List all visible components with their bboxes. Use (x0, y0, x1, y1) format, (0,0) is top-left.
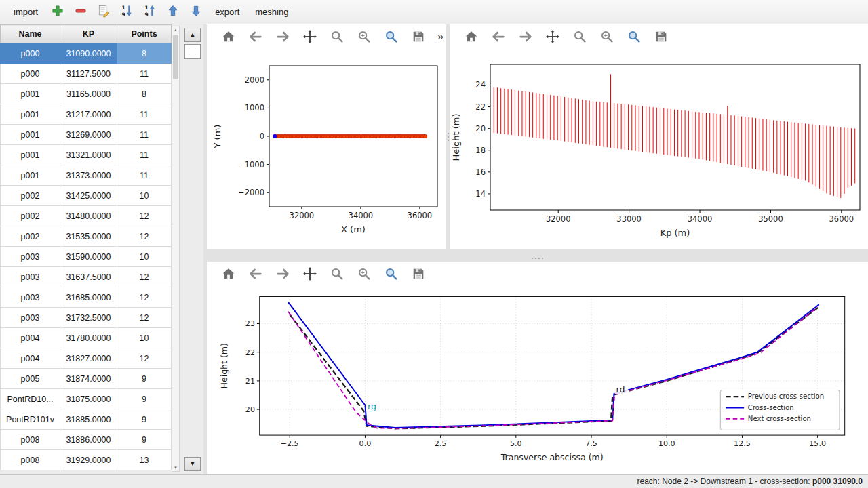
home-icon[interactable] (219, 265, 237, 283)
forward-icon[interactable] (273, 265, 292, 283)
table-row[interactable]: p00131373.000011 (1, 165, 172, 186)
scroll-up-icon[interactable]: ▲ (172, 27, 179, 33)
table-row[interactable]: p00131165.00008 (1, 84, 172, 104)
back-icon[interactable] (246, 265, 264, 283)
toolbar-overflow-chevron[interactable]: » (437, 30, 443, 43)
move-down-button[interactable] (186, 3, 205, 21)
subplots-icon[interactable] (355, 265, 373, 283)
application-window: import 19 19 export meshing NameKPPoints… (0, 0, 868, 488)
table-row[interactable]: p00331637.500012 (1, 267, 172, 287)
pan-icon[interactable] (543, 28, 561, 46)
longitudinal-profile-plot[interactable]: 3200033000340003500036000141618202224Kp … (450, 49, 868, 249)
horizontal-splitter[interactable] (207, 249, 868, 262)
pan-icon[interactable] (300, 28, 319, 46)
svg-text:Height (m): Height (m) (451, 114, 461, 161)
forward-icon[interactable] (273, 28, 292, 46)
save-icon[interactable] (409, 265, 427, 283)
svg-text:1: 1 (144, 5, 148, 11)
customize-icon[interactable] (382, 28, 400, 46)
plan-view-plot[interactable]: 320003400036000−2000−1000010002000X (m)Y… (207, 49, 446, 249)
sort-ascending-icon: 19 (143, 4, 157, 20)
zoom-icon[interactable] (328, 265, 346, 283)
subplots-icon[interactable] (597, 28, 616, 46)
cross-section-table[interactable]: NameKPPoints p00031090.00008p00031127.50… (0, 24, 172, 470)
meshing-button[interactable]: meshing (250, 4, 294, 20)
svg-text:9: 9 (144, 11, 148, 17)
edit-cross-section-button[interactable] (94, 3, 113, 21)
table-row[interactable]: p00131217.000011 (1, 104, 172, 125)
svg-text:32000: 32000 (290, 211, 315, 220)
table-row[interactable]: PontRD101v31885.00009 (1, 409, 172, 430)
back-icon[interactable] (489, 28, 507, 46)
svg-text:1000: 1000 (245, 103, 264, 113)
svg-text:33000: 33000 (616, 214, 642, 224)
longitudinal-profile-figure: 3200033000340003500036000141618202224Kp … (450, 24, 868, 249)
panel-scrollbar-thumb[interactable] (184, 44, 201, 59)
table-row[interactable]: p00031090.00008 (1, 43, 172, 64)
table-row[interactable]: p00231425.000010 (1, 186, 172, 206)
svg-text:35000: 35000 (758, 214, 783, 224)
table-row[interactable]: p00231480.000012 (1, 206, 172, 226)
top-figures-row: » 320003400036000−2000−1000010002000X (m… (207, 24, 868, 249)
table-scrollbar-thumb[interactable] (173, 35, 178, 79)
table-row[interactable]: p00131321.000011 (1, 145, 172, 165)
table-row[interactable]: p00331732.500012 (1, 308, 172, 328)
back-icon[interactable] (246, 28, 264, 46)
svg-text:24: 24 (475, 80, 486, 89)
table-row[interactable]: p00831929.000013 (1, 450, 172, 470)
svg-text:Kp (m): Kp (m) (660, 228, 690, 238)
svg-text:34000: 34000 (688, 214, 713, 224)
svg-text:2.5: 2.5 (435, 439, 447, 448)
svg-text:15.0: 15.0 (809, 439, 826, 448)
svg-text:−2.5: −2.5 (281, 439, 299, 448)
sort-descending-icon: 19 (120, 4, 134, 20)
table-row[interactable]: p00331685.000012 (1, 287, 172, 308)
plus-icon (51, 4, 64, 20)
table-row[interactable]: p00431780.000010 (1, 328, 172, 348)
sort-descending-button[interactable]: 19 (117, 3, 136, 21)
zoom-icon[interactable] (570, 28, 589, 46)
zoom-icon[interactable] (328, 28, 346, 46)
home-icon[interactable] (462, 28, 480, 46)
table-scrollbar[interactable]: ▲ ▼ (172, 26, 180, 472)
export-button[interactable]: export (210, 4, 245, 20)
column-header-name[interactable]: Name (1, 25, 60, 43)
svg-text:Cross-section: Cross-section (748, 404, 794, 411)
table-row[interactable]: p00331590.000010 (1, 247, 172, 267)
arrow-up-icon (166, 4, 180, 20)
arrow-down-icon (189, 4, 203, 20)
status-cross-section: p000 31090.0 (812, 476, 863, 486)
column-header-points[interactable]: Points (117, 25, 172, 43)
table-row[interactable]: p00531874.00009 (1, 369, 172, 389)
table-row[interactable]: p00031127.500011 (1, 64, 172, 84)
panel-scrollbar[interactable]: ▲ ▼ (184, 24, 201, 474)
sort-ascending-button[interactable]: 19 (140, 3, 159, 21)
panel-scroll-up-button[interactable]: ▲ (184, 28, 201, 42)
panel-scroll-down-button[interactable]: ▼ (184, 457, 201, 471)
table-row[interactable]: p00131269.000011 (1, 125, 172, 145)
forward-icon[interactable] (516, 28, 534, 46)
pan-icon[interactable] (300, 265, 319, 283)
import-button[interactable]: import (8, 4, 43, 20)
scroll-down-icon[interactable]: ▼ (172, 465, 179, 470)
save-icon[interactable] (409, 28, 427, 46)
svg-text:−2000: −2000 (238, 188, 264, 197)
svg-text:20: 20 (475, 124, 486, 134)
svg-text:18: 18 (475, 146, 486, 155)
save-icon[interactable] (652, 28, 670, 46)
table-row[interactable]: p00831886.00009 (1, 430, 172, 450)
column-header-kp[interactable]: KP (60, 25, 117, 43)
cross-section-plot[interactable]: rgrd−2.50.02.55.07.510.012.515.020212223… (207, 286, 868, 474)
customize-icon[interactable] (382, 265, 400, 283)
move-up-button[interactable] (163, 3, 182, 21)
table-row[interactable]: p00431827.000012 (1, 348, 172, 369)
plan-view-toolbar: » (207, 24, 446, 49)
table-row[interactable]: PontRD10...31875.00009 (1, 389, 172, 409)
add-cross-section-button[interactable] (48, 3, 66, 21)
remove-cross-section-button[interactable] (71, 3, 90, 21)
home-icon[interactable] (219, 28, 237, 46)
cross-section-figure: rgrd−2.50.02.55.07.510.012.515.020212223… (207, 262, 868, 474)
customize-icon[interactable] (625, 28, 643, 46)
table-row[interactable]: p00231535.000012 (1, 226, 172, 247)
subplots-icon[interactable] (355, 28, 373, 46)
